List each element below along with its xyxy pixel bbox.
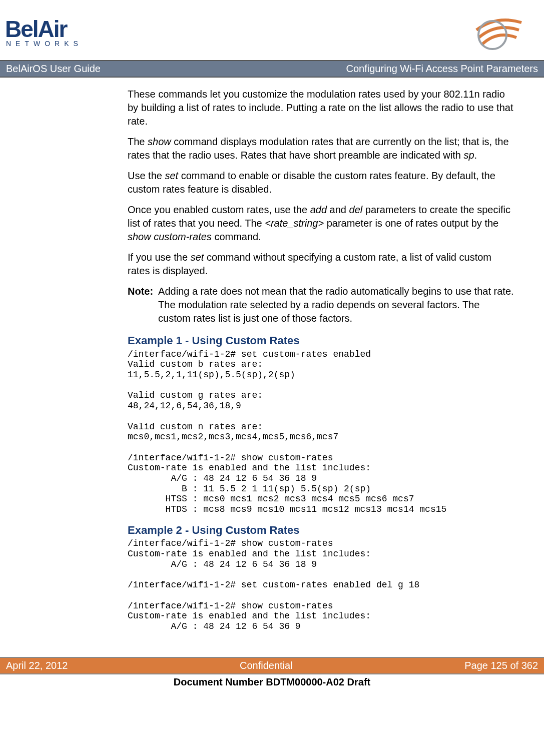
page-content: These commands let you customize the mod… bbox=[0, 78, 544, 657]
note-text: Adding a rate does not mean that the rad… bbox=[158, 285, 514, 325]
logo-sub-text: NETWORKS bbox=[6, 40, 83, 48]
paragraph-intro: These commands let you customize the mod… bbox=[128, 88, 514, 128]
section-title: Configuring Wi-Fi Access Point Parameter… bbox=[346, 63, 538, 75]
footer-page: Page 125 of 362 bbox=[464, 660, 538, 671]
page-header: BelAir NETWORKS bbox=[0, 0, 544, 60]
paragraph-add-del: Once you enabled custom rates, use the a… bbox=[128, 203, 514, 244]
example-2-heading: Example 2 - Using Custom Rates bbox=[128, 523, 514, 538]
paragraph-set: Use the set command to enable or disable… bbox=[128, 169, 514, 196]
document-number: Document Number BDTM00000-A02 Draft bbox=[0, 674, 544, 693]
footer-date: April 22, 2012 bbox=[6, 660, 68, 671]
belair-logo: BelAir NETWORKS bbox=[5, 18, 83, 48]
note-label: Note: bbox=[128, 285, 158, 325]
note-block: Note: Adding a rate does not mean that t… bbox=[128, 285, 514, 325]
example-2-code: /interface/wifi-1-2# show custom-rates C… bbox=[128, 538, 514, 631]
example-1-heading: Example 1 - Using Custom Rates bbox=[128, 333, 514, 348]
guide-title: BelAirOS User Guide bbox=[6, 63, 101, 75]
paragraph-set-no-rate: If you use the set command without speci… bbox=[128, 251, 514, 278]
wave-icon bbox=[469, 10, 524, 55]
paragraph-show: The show command displays modulation rat… bbox=[128, 135, 514, 162]
footer-confidential: Confidential bbox=[240, 660, 293, 671]
example-1-code: /interface/wifi-1-2# set custom-rates en… bbox=[128, 349, 514, 515]
title-bar: BelAirOS User Guide Configuring Wi-Fi Ac… bbox=[0, 60, 544, 78]
logo-main-text: BelAir bbox=[5, 18, 67, 41]
footer-bar: April 22, 2012 Confidential Page 125 of … bbox=[0, 657, 544, 674]
